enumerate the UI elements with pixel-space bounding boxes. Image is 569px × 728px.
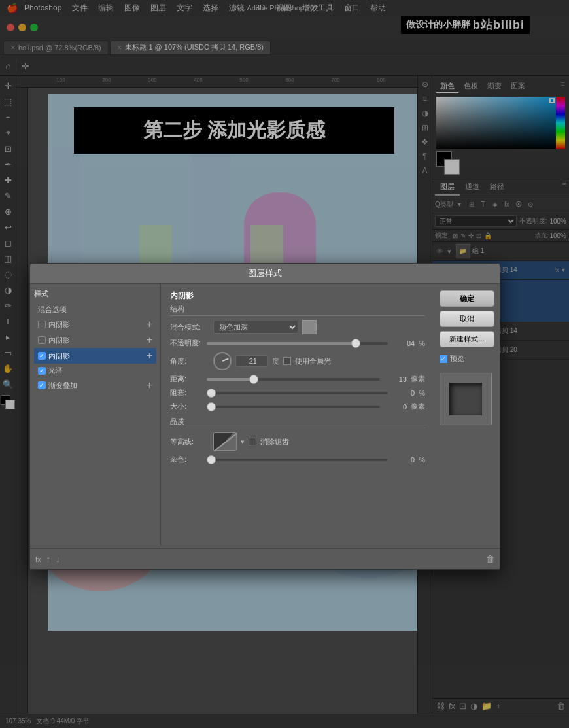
inner-shadow-3-checkbox[interactable]: ✓ [38, 352, 46, 360]
add-gradient-overlay[interactable]: + [147, 379, 152, 391]
blend-color-box[interactable] [302, 320, 317, 334]
gradient-overlay-checkbox[interactable]: ✓ [38, 381, 46, 389]
opacity-row: 不透明度: 84 % [170, 338, 425, 348]
noise-row: 杂色: 0 % [170, 455, 425, 464]
cancel-button[interactable]: 取消 [440, 311, 494, 327]
preview-checkbox[interactable]: ✓ [440, 355, 447, 363]
preview-inner [449, 383, 482, 415]
size-row: 大小: 0 像素 [170, 402, 425, 411]
dialog-sidebar: 样式 混合选项 内阴影 + 内阴影 + ✓ 内阴影 + [30, 284, 161, 546]
opacity-value: 84 [392, 339, 415, 347]
dialog-overlay: 图层样式 样式 混合选项 内阴影 + 内阴影 + ✓ [0, 0, 569, 728]
new-style-button[interactable]: 新建样式... [440, 331, 494, 347]
contour-dropdown-icon[interactable]: ▾ [241, 438, 245, 446]
layer-style-dialog: 图层样式 样式 混合选项 内阴影 + 内阴影 + ✓ [29, 263, 500, 570]
quality-section: 品质 等高线: ▾ 消除锯齿 [170, 417, 425, 464]
noise-slider[interactable] [207, 459, 388, 461]
add-inner-shadow-3[interactable]: + [147, 350, 152, 362]
size-unit: 像素 [411, 402, 425, 411]
distance-label: 距离: [170, 374, 203, 384]
contour-selector[interactable] [213, 432, 237, 451]
sidebar-gloss[interactable]: ✓ 光泽 [34, 364, 156, 377]
size-slider[interactable] [207, 406, 380, 408]
distance-value: 13 [384, 375, 407, 383]
quality-title: 品质 [170, 417, 425, 428]
choke-unit: % [419, 389, 425, 397]
choke-value: 0 [392, 389, 415, 397]
anti-alias-label: 消除锯齿 [260, 437, 289, 447]
sidebar-style-title: 样式 [34, 289, 156, 299]
distance-slider[interactable] [207, 378, 380, 381]
sidebar-gradient-overlay[interactable]: ✓ 渐变叠加 + [34, 377, 156, 393]
dialog-buttons: 确定 取消 新建样式... ✓ 预览 [434, 284, 500, 546]
choke-row: 阻塞: 0 % [170, 388, 425, 398]
subsection-title: 结构 [170, 304, 425, 316]
contour-row: 等高线: ▾ 消除锯齿 [170, 432, 425, 451]
inner-shadow-2-checkbox[interactable] [38, 336, 46, 344]
gloss-label: 光泽 [48, 366, 63, 375]
gloss-checkbox[interactable]: ✓ [38, 367, 46, 375]
preview-row: ✓ 预览 [440, 354, 494, 364]
noise-value: 0 [392, 456, 415, 464]
inner-shadow-1-checkbox[interactable] [38, 321, 46, 328]
blend-mode-row: 混合模式: 颜色加深 [170, 320, 425, 334]
delete-style-icon[interactable]: 🗑 [486, 554, 494, 564]
opacity-label: 不透明度: [170, 338, 203, 348]
size-value: 0 [384, 403, 407, 411]
angle-input[interactable]: -21 [235, 355, 268, 367]
choke-slider[interactable] [207, 392, 388, 394]
sidebar-blend-options[interactable]: 混合选项 [34, 303, 156, 317]
gradient-overlay-label: 渐变叠加 [48, 381, 77, 390]
sidebar-inner-shadow-2[interactable]: 内阴影 + [34, 332, 156, 348]
noise-unit: % [419, 456, 425, 464]
ok-button[interactable]: 确定 [440, 290, 494, 307]
dialog-body: 样式 混合选项 内阴影 + 内阴影 + ✓ 内阴影 + [30, 284, 500, 546]
dialog-title: 图层样式 [30, 264, 500, 284]
opacity-unit: % [419, 339, 425, 347]
global-light-checkbox[interactable] [283, 357, 291, 365]
contour-label: 等高线: [170, 437, 209, 447]
global-light-label: 使用全局光 [295, 356, 331, 366]
fx-label: fx [35, 555, 41, 563]
preview-box [440, 373, 492, 425]
angle-row: 角度: -21 度 使用全局光 [170, 352, 425, 370]
inner-shadow-3-label: 内阴影 [48, 351, 70, 361]
distance-row: 距离: 13 像素 [170, 374, 425, 384]
opacity-slider[interactable] [207, 342, 388, 345]
section-title: 内阴影 [170, 290, 425, 302]
blend-mode-label: 混合模式: [170, 322, 209, 332]
anti-alias-checkbox[interactable] [249, 438, 256, 445]
inner-shadow-2-label: 内阴影 [48, 336, 70, 345]
choke-label: 阻塞: [170, 388, 203, 398]
distance-unit: 像素 [411, 374, 425, 384]
sidebar-inner-shadow-1[interactable]: 内阴影 + [34, 317, 156, 332]
add-inner-shadow-2[interactable]: + [147, 334, 152, 346]
inner-shadow-1-label: 内阴影 [48, 320, 70, 330]
angle-label: 角度: [170, 356, 209, 366]
angle-needle [222, 358, 229, 361]
move-up-icon[interactable]: ↑ [46, 554, 51, 564]
angle-unit: 度 [272, 356, 279, 366]
size-label: 大小: [170, 402, 203, 411]
dialog-main-content: 内阴影 结构 混合模式: 颜色加深 不透明度: 84 % [161, 284, 434, 546]
noise-label: 杂色: [170, 455, 203, 464]
blend-mode-select[interactable]: 颜色加深 [213, 321, 298, 334]
sidebar-inner-shadow-3[interactable]: ✓ 内阴影 + [34, 348, 156, 364]
add-inner-shadow-1[interactable]: + [147, 319, 152, 330]
angle-wheel[interactable] [213, 352, 232, 370]
move-down-icon[interactable]: ↓ [56, 554, 60, 564]
dialog-sidebar-footer: fx ↑ ↓ 🗑 [30, 548, 500, 569]
blend-options-label: 混合选项 [38, 305, 67, 315]
preview-label: 预览 [450, 354, 464, 364]
